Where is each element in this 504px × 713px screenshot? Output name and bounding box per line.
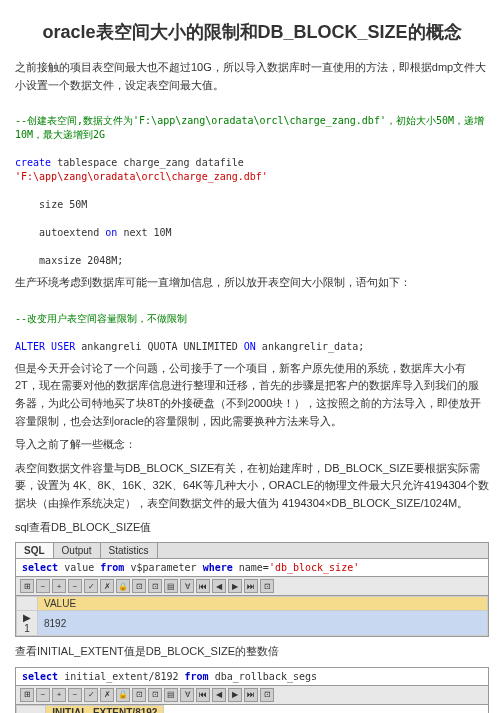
code-block-create-tablespace: --创建表空间,数据文件为'F:\app\zang\oradata\orcl\c… xyxy=(15,100,489,268)
sql-toolbar-1: ⊞ − + − ✓ ✗ 🔒 ⊡ ⊡ ▤ ∀ ⏮ ◀ ▶ ⏭ ⊡ xyxy=(16,577,488,596)
paragraph-concepts-intro: 导入之前了解一些概念： xyxy=(15,436,489,454)
row-pointer: ▶ 1 xyxy=(17,611,38,636)
tool5-icon[interactable]: ⊡ xyxy=(260,579,274,593)
lock-icon[interactable]: 🔒 xyxy=(116,579,130,593)
x2-icon[interactable]: ✗ xyxy=(100,688,114,702)
sql-heading-1: sql查看DB_BLOCK_SIZE值 xyxy=(15,519,489,537)
sql-panel-2: select initial_extent/8192 from dba_roll… xyxy=(15,667,489,713)
minus4-icon[interactable]: − xyxy=(68,688,82,702)
code-block-alter-user: --改变用户表空间容量限制，不做限制 ALTER USER ankangreli… xyxy=(15,298,489,354)
nl2-icon[interactable]: ⏭ xyxy=(244,688,258,702)
t24-icon[interactable]: ∀ xyxy=(180,688,194,702)
paragraph-discussion: 但是今天开会讨论了一个问题，公司接手了一个项目，新客户原先使用的系统，数据库大小… xyxy=(15,360,489,430)
page-title: oracle表空间大小的限制和DB_BLOCK_SIZE的概念 xyxy=(15,20,489,44)
grid2-corner xyxy=(17,705,46,713)
t23-icon[interactable]: ▤ xyxy=(164,688,178,702)
col-initial-extent[interactable]: INITIAL_EXTENT/8192 xyxy=(46,705,164,713)
tool4-icon[interactable]: ∀ xyxy=(180,579,194,593)
tool1-icon[interactable]: ⊡ xyxy=(132,579,146,593)
check2-icon[interactable]: ✓ xyxy=(84,688,98,702)
nav-last-icon[interactable]: ⏭ xyxy=(244,579,258,593)
minus2-icon[interactable]: − xyxy=(68,579,82,593)
grid-corner xyxy=(17,597,38,611)
cell-value[interactable]: 8192 xyxy=(38,611,488,636)
nn2-icon[interactable]: ▶ xyxy=(228,688,242,702)
t22-icon[interactable]: ⊡ xyxy=(148,688,162,702)
tool2-icon[interactable]: ⊡ xyxy=(148,579,162,593)
tool3-icon[interactable]: ▤ xyxy=(164,579,178,593)
x-icon[interactable]: ✗ xyxy=(100,579,114,593)
paragraph-production-env: 生产环境考虑到数据库可能一直增加信息，所以放开表空间大小限制，语句如下： xyxy=(15,274,489,292)
nav-next-icon[interactable]: ▶ xyxy=(228,579,242,593)
t21-icon[interactable]: ⊡ xyxy=(132,688,146,702)
tab-statistics[interactable]: Statistics xyxy=(101,543,158,558)
col-value[interactable]: VALUE xyxy=(38,597,488,611)
nav-first-icon[interactable]: ⏮ xyxy=(196,579,210,593)
grid-icon[interactable]: ⊞ xyxy=(20,579,34,593)
minus3-icon[interactable]: − xyxy=(36,688,50,702)
plus2-icon[interactable]: + xyxy=(52,688,66,702)
check-icon[interactable]: ✓ xyxy=(84,579,98,593)
sql-editor-2[interactable]: select initial_extent/8192 from dba_roll… xyxy=(16,668,488,686)
paragraph-block-size-explain: 表空间数据文件容量与DB_BLOCK_SIZE有关，在初始建库时，DB_BLOC… xyxy=(15,460,489,513)
np2-icon[interactable]: ◀ xyxy=(212,688,226,702)
sql-grid-2: INITIAL_EXTENT/8192 ▶ 15 24 316 416 516 … xyxy=(16,705,488,713)
nav-prev-icon[interactable]: ◀ xyxy=(212,579,226,593)
sql-editor-1[interactable]: select value from v$parameter where name… xyxy=(16,559,488,577)
sql-grid-1: VALUE ▶ 18192 xyxy=(16,596,488,636)
t25-icon[interactable]: ⊡ xyxy=(260,688,274,702)
tab-output[interactable]: Output xyxy=(54,543,101,558)
paragraph-initial-extent: 查看INITIAL_EXTENT值是DB_BLOCK_SIZE的整数倍 xyxy=(15,643,489,661)
sql-toolbar-2: ⊞ − + − ✓ ✗ 🔒 ⊡ ⊡ ▤ ∀ ⏮ ◀ ▶ ⏭ ⊡ xyxy=(16,686,488,705)
grid2-icon[interactable]: ⊞ xyxy=(20,688,34,702)
lock2-icon[interactable]: 🔒 xyxy=(116,688,130,702)
sql-panel-1: SQL Output Statistics select value from … xyxy=(15,542,489,637)
plus-icon[interactable]: + xyxy=(52,579,66,593)
minus-icon[interactable]: − xyxy=(36,579,50,593)
tab-sql[interactable]: SQL xyxy=(16,543,54,558)
nf2-icon[interactable]: ⏮ xyxy=(196,688,210,702)
sql-tabs-1: SQL Output Statistics xyxy=(16,543,488,559)
intro-paragraph: 之前接触的项目表空间最大也不超过10G，所以导入数据库时一直使用的方法，即根据d… xyxy=(15,59,489,94)
